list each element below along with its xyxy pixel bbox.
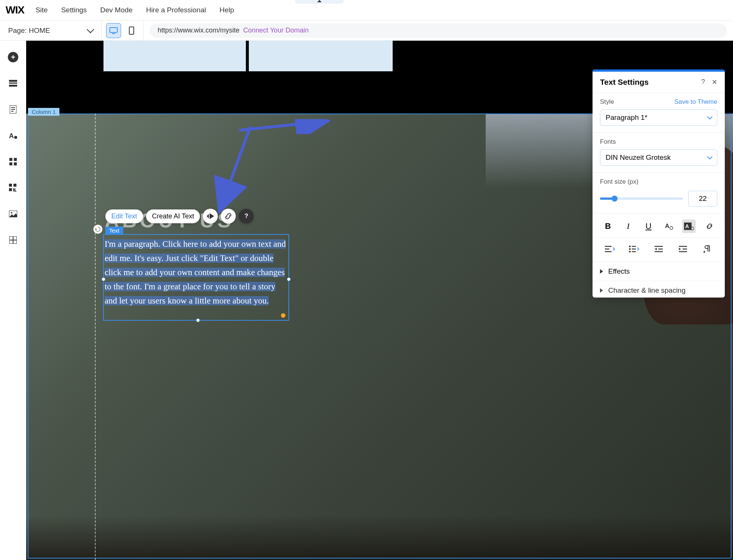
svg-point-27 <box>670 227 673 230</box>
svg-rect-5 <box>9 85 17 87</box>
style-label: Style <box>600 98 614 106</box>
panel-header: Text Settings ? ✕ <box>593 72 725 93</box>
add-element-button[interactable]: + <box>8 52 18 62</box>
svg-rect-1 <box>112 33 115 34</box>
format-section: B I U A A <box>593 213 725 262</box>
wix-logo[interactable]: WIX <box>6 4 24 16</box>
warning-indicator[interactable] <box>281 313 285 318</box>
panel-close-icon[interactable]: ✕ <box>712 78 717 86</box>
svg-point-20 <box>11 212 12 214</box>
page-selector[interactable]: Page: HOME <box>0 21 102 41</box>
svg-text:A: A <box>9 132 14 140</box>
indent-decrease-button[interactable] <box>652 242 665 256</box>
svg-rect-18 <box>9 188 12 191</box>
style-dropdown[interactable]: Paragraph 1* <box>600 109 717 126</box>
header-slot-2 <box>249 41 393 71</box>
svg-text:A: A <box>665 223 669 229</box>
chevron-down-icon <box>707 154 712 159</box>
svg-rect-2 <box>129 27 134 34</box>
svg-text:A: A <box>685 223 689 229</box>
chevron-down-icon <box>87 26 94 33</box>
addons-icon[interactable] <box>8 183 18 193</box>
mobile-view-button[interactable] <box>124 23 139 38</box>
svg-rect-15 <box>14 162 17 165</box>
create-ai-text-button[interactable]: Create AI Text <box>146 209 200 223</box>
element-type-label: Text <box>105 227 123 234</box>
pages-icon[interactable] <box>8 104 18 115</box>
menu-settings[interactable]: Settings <box>61 6 87 14</box>
svg-rect-12 <box>9 158 12 161</box>
annotation-arrow-2 <box>209 123 254 216</box>
effects-label: Effects <box>608 267 630 276</box>
slider-thumb[interactable] <box>612 196 618 202</box>
indent-increase-button[interactable] <box>676 242 690 256</box>
triangle-right-icon <box>600 269 603 274</box>
svg-rect-3 <box>9 80 17 82</box>
font-size-input[interactable] <box>688 191 717 206</box>
svg-rect-34 <box>629 246 631 247</box>
media-icon[interactable] <box>8 209 18 219</box>
svg-rect-14 <box>9 162 12 165</box>
resize-handle-left[interactable] <box>102 277 105 281</box>
fonts-section: Fonts DIN Neuzeit Grotesk <box>593 133 725 172</box>
slider-fill <box>600 197 612 200</box>
selected-text-element[interactable]: I'm a paragraph. Click here to add your … <box>103 234 289 321</box>
sections-icon[interactable] <box>8 78 18 88</box>
top-menu-bar: WIX Site Settings Dev Mode Hire a Profes… <box>0 0 733 21</box>
device-toggle <box>102 21 143 41</box>
text-settings-panel: Text Settings ? ✕ Style Save to Theme Pa… <box>593 69 725 298</box>
panel-help-icon[interactable]: ? <box>701 78 705 86</box>
resize-handle-bottom[interactable] <box>196 318 200 322</box>
desktop-view-button[interactable] <box>106 23 121 38</box>
font-dropdown[interactable]: DIN Neuzeit Grotesk <box>600 149 717 166</box>
svg-rect-4 <box>9 83 17 84</box>
edit-text-button[interactable]: Edit Text <box>105 209 143 223</box>
column-label[interactable]: Column 1 <box>28 108 59 116</box>
style-section: Style Save to Theme Paragraph 1* <box>593 93 725 133</box>
font-size-slider[interactable] <box>600 197 683 200</box>
save-to-theme-link[interactable]: Save to Theme <box>674 98 717 106</box>
cms-icon[interactable] <box>8 235 18 245</box>
italic-button[interactable]: I <box>621 220 635 233</box>
ruler-guide[interactable] <box>95 113 96 560</box>
second-bar: Page: HOME https://www.wix.com/mysite Co… <box>0 21 733 41</box>
header-slot-1 <box>103 41 247 71</box>
panel-title: Text Settings <box>600 78 649 87</box>
menu-dev-mode[interactable]: Dev Mode <box>100 6 133 14</box>
effects-section[interactable]: Effects <box>593 262 725 281</box>
bold-button[interactable]: B <box>601 220 615 233</box>
svg-rect-0 <box>110 28 117 32</box>
svg-rect-13 <box>14 158 17 161</box>
font-value: DIN Neuzeit Grotesk <box>606 153 671 162</box>
left-rail: + A <box>0 41 26 560</box>
spacing-section[interactable]: Character & line spacing <box>593 281 725 298</box>
text-color-button[interactable]: A <box>662 220 675 233</box>
url-bar[interactable]: https://www.wix.com/mysite Connect Your … <box>149 24 727 38</box>
history-icon[interactable] <box>93 225 102 234</box>
editor-canvas[interactable]: Column 1 ABOUT US Edit Text Create AI Te… <box>26 41 733 560</box>
list-button[interactable] <box>628 242 641 256</box>
spacing-label: Character & line spacing <box>608 286 686 295</box>
apps-icon[interactable] <box>8 156 18 167</box>
link-text-button[interactable] <box>703 220 716 233</box>
highlight-color-button[interactable]: A <box>682 220 696 233</box>
text-direction-button[interactable] <box>700 242 714 256</box>
chevron-down-icon <box>707 114 712 119</box>
menu-help[interactable]: Help <box>219 6 234 14</box>
collapse-handle[interactable] <box>295 0 344 4</box>
menu-hire[interactable]: Hire a Professional <box>146 6 206 14</box>
connect-domain-link[interactable]: Connect Your Domain <box>243 27 309 34</box>
font-size-label: Font size (px) <box>600 178 717 186</box>
menu-site[interactable]: Site <box>35 6 48 14</box>
font-size-section: Font size (px) <box>593 172 725 213</box>
underline-button[interactable]: U <box>642 220 655 233</box>
svg-rect-17 <box>13 184 16 187</box>
align-button[interactable] <box>603 242 617 256</box>
resize-handle-right[interactable] <box>287 277 291 281</box>
triangle-right-icon <box>600 288 603 293</box>
design-icon[interactable]: A <box>8 130 18 141</box>
site-url: https://www.wix.com/mysite <box>158 27 239 34</box>
workspace: + A Column 1 ABOUT US Edit Text Create A… <box>0 41 733 560</box>
paragraph-text[interactable]: I'm a paragraph. Click here to add your … <box>105 237 288 308</box>
svg-point-11 <box>14 136 17 139</box>
